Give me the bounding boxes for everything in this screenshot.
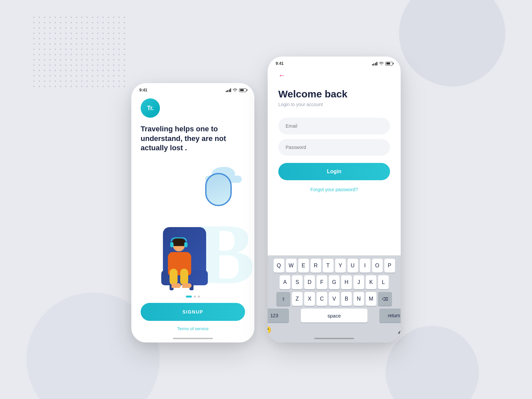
key-i[interactable]: I — [360, 259, 370, 273]
person — [168, 239, 191, 275]
illustration-area: B — [141, 160, 245, 290]
return-key[interactable]: return — [379, 309, 401, 323]
key-u[interactable]: U — [347, 259, 358, 273]
signal-icon-2 — [372, 62, 378, 66]
terms-link[interactable]: Terms of service — [131, 326, 254, 331]
headphone-band — [171, 237, 187, 241]
key-t[interactable]: T — [323, 259, 333, 273]
home-indicator-2 — [314, 338, 354, 339]
key-o[interactable]: O — [372, 259, 383, 273]
dot-grid — [33, 17, 128, 90]
key-n[interactable]: N — [353, 292, 364, 306]
status-icons-2 — [372, 62, 393, 66]
person-body — [168, 252, 191, 275]
key-m[interactable]: M — [366, 292, 376, 306]
key-x[interactable]: X — [304, 292, 315, 306]
keyboard-home-bar — [268, 336, 401, 341]
key-f[interactable]: F — [317, 275, 327, 289]
keyboard-row-1: Q W E R T Y U I O P — [268, 259, 401, 273]
backspace-key[interactable]: ⌫ — [378, 292, 392, 306]
key-l[interactable]: L — [378, 275, 389, 289]
keyboard-row-3: ⇧ Z X C V B N M ⌫ — [268, 292, 401, 306]
bg-circle-top-right — [399, 0, 505, 86]
back-button[interactable]: ← — [278, 72, 390, 79]
battery-icon-1 — [239, 88, 246, 92]
key-k[interactable]: K — [366, 275, 376, 289]
login-button[interactable]: Login — [278, 163, 390, 180]
welcome-subtitle: Login to your account — [278, 102, 390, 107]
seat-illustration — [160, 217, 226, 290]
phone-onboarding: 9:41 Tr. Traveling hel — [131, 83, 254, 342]
forgot-password-link[interactable]: Forgot your password? — [278, 187, 390, 192]
app-logo: Tr. — [141, 98, 160, 118]
key-y[interactable]: Y — [335, 259, 346, 273]
status-icons-1 — [226, 88, 247, 92]
phone-login: 9:41 ← Welcome back Login to you — [268, 57, 401, 342]
mic-key[interactable]: 🎤 — [398, 326, 401, 334]
password-input[interactable] — [278, 139, 390, 156]
leg-left — [170, 269, 178, 285]
key-j[interactable]: J — [353, 275, 364, 289]
phones-container: 9:41 Tr. Traveling hel — [131, 57, 401, 342]
emoji-key[interactable]: 🙂 — [268, 326, 271, 334]
headphone-left — [170, 242, 174, 247]
leg-right — [180, 269, 188, 285]
key-v[interactable]: V — [329, 292, 339, 306]
signup-button[interactable]: SIGNUP — [141, 303, 245, 321]
tagline: Traveling helps one to understand, they … — [141, 124, 245, 153]
wifi-icon-2 — [379, 62, 384, 66]
key-a[interactable]: A — [280, 275, 290, 289]
numbers-key[interactable]: 123 — [268, 309, 289, 323]
person-head — [173, 239, 185, 251]
key-z[interactable]: Z — [292, 292, 303, 306]
logo-text: Tr. — [147, 105, 154, 112]
key-h[interactable]: H — [341, 275, 352, 289]
key-d[interactable]: D — [304, 275, 315, 289]
person-legs — [170, 269, 188, 285]
email-input[interactable] — [278, 118, 390, 134]
home-indicator-1 — [173, 338, 213, 339]
airplane-window — [205, 173, 232, 206]
headphone-right — [184, 242, 188, 247]
status-time-2: 9:41 — [276, 61, 284, 66]
phone1-content: Tr. Traveling helps one to understand, t… — [131, 95, 254, 290]
indicator-2 — [194, 296, 196, 298]
keyboard-row-2: A S D F G H J K L — [268, 275, 401, 289]
welcome-title: Welcome back — [278, 88, 390, 100]
key-p[interactable]: P — [384, 259, 395, 273]
status-bar-1: 9:41 — [131, 83, 254, 95]
key-b[interactable]: B — [341, 292, 352, 306]
key-r[interactable]: R — [311, 259, 321, 273]
keyboard-emoji-row: 🙂 🎤 — [268, 324, 401, 336]
wifi-icon-1 — [233, 88, 237, 92]
key-s[interactable]: S — [292, 275, 303, 289]
space-key[interactable]: space — [301, 309, 367, 323]
key-g[interactable]: G — [329, 275, 339, 289]
key-q[interactable]: Q — [274, 259, 284, 273]
status-bar-2: 9:41 — [268, 57, 401, 68]
battery-icon-2 — [385, 62, 393, 66]
signal-icon-1 — [226, 88, 231, 92]
keyboard-row-4: 123 space return — [268, 309, 401, 323]
shift-key[interactable]: ⇧ — [276, 292, 290, 306]
indicator-1 — [186, 296, 192, 298]
phone2-content: ← Welcome back Login to your account Log… — [268, 68, 401, 255]
key-w[interactable]: W — [286, 259, 297, 273]
key-e[interactable]: E — [298, 259, 309, 273]
keyboard: Q W E R T Y U I O P A S D F G H J K — [268, 255, 401, 342]
key-c[interactable]: C — [317, 292, 327, 306]
status-time-1: 9:41 — [139, 88, 147, 92]
